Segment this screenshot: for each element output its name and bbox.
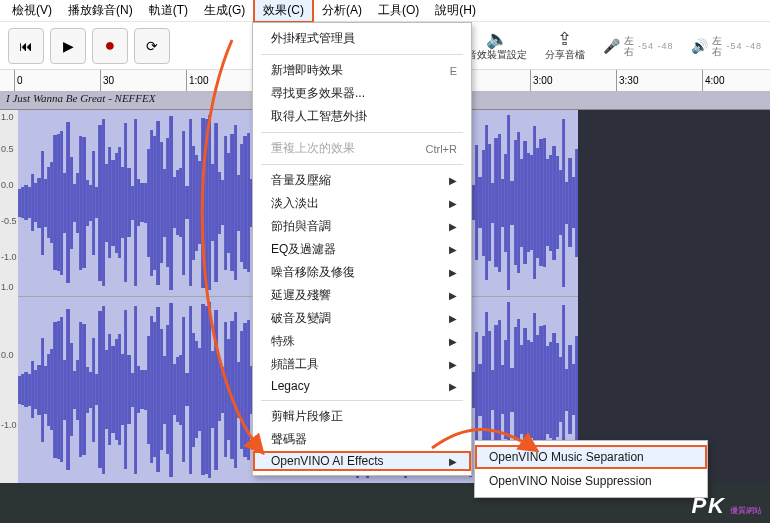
menu-help[interactable]: 說明(H) bbox=[427, 0, 484, 21]
ruler-tick: 0 bbox=[14, 70, 23, 91]
menu-item[interactable]: 噪音移除及修復▶ bbox=[253, 261, 471, 284]
transport-controls: ⏮ ▶ ● ⟳ bbox=[8, 28, 170, 64]
speaker-icon: 🔈 bbox=[486, 30, 508, 48]
submenu-item[interactable]: OpenVINO Music Separation bbox=[475, 445, 707, 469]
play-button[interactable]: ▶ bbox=[50, 28, 86, 64]
menu-item[interactable]: 剪輯片段修正 bbox=[253, 405, 471, 428]
chevron-right-icon: ▶ bbox=[449, 336, 457, 347]
menu-item: 重複上次的效果Ctrl+R bbox=[253, 137, 471, 160]
menu-tracks[interactable]: 軌道(T) bbox=[141, 0, 196, 21]
speaker-meter-icon: 🔊 bbox=[691, 38, 708, 54]
menu-item[interactable]: 延遲及殘響▶ bbox=[253, 284, 471, 307]
menu-item[interactable]: 聲碼器 bbox=[253, 428, 471, 451]
menu-item[interactable]: 節拍與音調▶ bbox=[253, 215, 471, 238]
menu-item[interactable]: OpenVINO AI Effects▶ bbox=[253, 451, 471, 471]
menu-item[interactable]: 特殊▶ bbox=[253, 330, 471, 353]
empty-track-space bbox=[578, 110, 770, 483]
submenu-item[interactable]: OpenVINO Noise Suppression bbox=[475, 469, 707, 493]
chevron-right-icon: ▶ bbox=[449, 290, 457, 301]
menu-item[interactable]: 破音及變調▶ bbox=[253, 307, 471, 330]
menu-analyze[interactable]: 分析(A) bbox=[314, 0, 370, 21]
ruler-tick: 1:00 bbox=[186, 70, 208, 91]
chevron-right-icon: ▶ bbox=[449, 456, 457, 467]
share-audio-button[interactable]: ⇪ 分享音檔 bbox=[545, 30, 585, 62]
share-audio-label: 分享音檔 bbox=[545, 48, 585, 62]
ruler-tick: 3:00 bbox=[530, 70, 552, 91]
menubar: 檢視(V) 播放錄音(N) 軌道(T) 生成(G) 效果(C) 分析(A) 工具… bbox=[0, 0, 770, 22]
loop-button[interactable]: ⟳ bbox=[134, 28, 170, 64]
record-button[interactable]: ● bbox=[92, 28, 128, 64]
audio-setup-label: 音效裝置設定 bbox=[467, 48, 527, 62]
audio-setup-button[interactable]: 🔈 音效裝置設定 bbox=[467, 30, 527, 62]
meter-ticks-1: -54 -48 bbox=[638, 41, 674, 51]
chevron-right-icon: ▶ bbox=[449, 244, 457, 255]
chevron-right-icon: ▶ bbox=[449, 175, 457, 186]
meter-ticks-2: -54 -48 bbox=[726, 41, 762, 51]
effects-dropdown: 外掛程式管理員新增即時效果E尋找更多效果器...取得人工智慧外掛重複上次的效果C… bbox=[252, 22, 472, 476]
menu-item[interactable]: 淡入淡出▶ bbox=[253, 192, 471, 215]
menu-item[interactable]: EQ及過濾器▶ bbox=[253, 238, 471, 261]
share-icon: ⇪ bbox=[557, 30, 572, 48]
menu-item[interactable]: Legacy▶ bbox=[253, 376, 471, 396]
chevron-right-icon: ▶ bbox=[449, 381, 457, 392]
audacity-window: 檢視(V) 播放錄音(N) 軌道(T) 生成(G) 效果(C) 分析(A) 工具… bbox=[0, 0, 770, 523]
menu-item[interactable]: 頻譜工具▶ bbox=[253, 353, 471, 376]
watermark-logo: PK優質網站 bbox=[691, 493, 762, 519]
chevron-right-icon: ▶ bbox=[449, 198, 457, 209]
lr-label-1: 左 右 bbox=[624, 35, 634, 57]
mic-icon: 🎤 bbox=[603, 38, 620, 54]
chevron-right-icon: ▶ bbox=[449, 267, 457, 278]
menu-item[interactable]: 新增即時效果E bbox=[253, 59, 471, 82]
menu-item[interactable]: 尋找更多效果器... bbox=[253, 82, 471, 105]
ruler-tick: 3:30 bbox=[616, 70, 638, 91]
chevron-right-icon: ▶ bbox=[449, 313, 457, 324]
menu-effects[interactable]: 效果(C) bbox=[253, 0, 314, 23]
menu-item[interactable]: 取得人工智慧外掛 bbox=[253, 105, 471, 128]
toolbar-right: 🔈 音效裝置設定 ⇪ 分享音檔 🎤 左 右 -54 -48 🔊 左 右 -54 … bbox=[467, 30, 762, 62]
chevron-right-icon: ▶ bbox=[449, 221, 457, 232]
ruler-tick: 4:00 bbox=[702, 70, 724, 91]
menu-generate[interactable]: 生成(G) bbox=[196, 0, 253, 21]
openvino-submenu: OpenVINO Music SeparationOpenVINO Noise … bbox=[474, 440, 708, 498]
chevron-right-icon: ▶ bbox=[449, 359, 457, 370]
ruler-tick: 30 bbox=[100, 70, 114, 91]
skip-start-button[interactable]: ⏮ bbox=[8, 28, 44, 64]
menu-view[interactable]: 檢視(V) bbox=[4, 0, 60, 21]
menu-item[interactable]: 外掛程式管理員 bbox=[253, 27, 471, 50]
menu-item[interactable]: 音量及壓縮▶ bbox=[253, 169, 471, 192]
menu-play[interactable]: 播放錄音(N) bbox=[60, 0, 141, 21]
menu-tools[interactable]: 工具(O) bbox=[370, 0, 427, 21]
lr-label-2: 左 右 bbox=[712, 35, 722, 57]
